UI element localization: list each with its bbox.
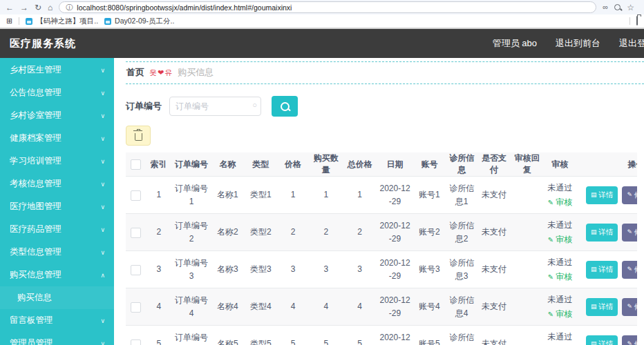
bookmark-label: 【码神之路】项目..: [36, 17, 98, 26]
current-user[interactable]: 管理员 abo: [493, 37, 537, 50]
review-link[interactable]: ✎ 审核: [546, 196, 574, 209]
sidebar-item-label: 乡村诊室管理: [10, 110, 100, 121]
sidebar-item-label: 健康档案管理: [10, 132, 100, 144]
row-checkbox[interactable]: [131, 228, 141, 238]
browser-window: ← → ↻ ⌂ ⓘ localhost:8080/springbootwssjx…: [0, 0, 644, 345]
cell-price: 5: [277, 326, 310, 345]
search-label: 订单编号: [126, 100, 162, 112]
table-row: 2订单编号2名称2类型22222020-12-29账号2诊所信息2未支付未通过✎…: [126, 214, 637, 251]
sidebar-subitem-购买信息[interactable]: 购买信息: [0, 286, 114, 309]
other-bookmarks-folder-icon[interactable]: [636, 17, 638, 25]
bookmark-item[interactable]: Day02-09-员工分..: [104, 17, 174, 26]
forward-icon[interactable]: →: [20, 3, 28, 12]
edit-button[interactable]: ✎修改: [622, 186, 637, 204]
sidebar-item-公告信息管理[interactable]: 公告信息管理∨: [0, 81, 114, 104]
column-header-购买数量: 购买数量: [309, 152, 343, 177]
bookmark-item[interactable]: 【码神之路】项目..: [26, 17, 98, 26]
apps-grid-icon[interactable]: ⊞: [6, 17, 12, 25]
review-link[interactable]: ✎ 审核: [546, 308, 574, 321]
sidebar: 乡村医生管理∨公告信息管理∨乡村诊室管理∨健康档案管理∨学习培训管理∨考核信息管…: [0, 58, 114, 345]
document-icon: ▤: [591, 304, 597, 310]
pencil-icon: ✎: [627, 341, 632, 345]
cell-order_no: 订单编号5: [172, 326, 211, 345]
detail-button[interactable]: ▤详情: [586, 261, 618, 279]
back-icon[interactable]: ←: [6, 3, 14, 12]
detail-button[interactable]: ▤详情: [586, 224, 618, 241]
breadcrumb: 首页 웃❤유 购买信息: [126, 61, 644, 84]
sidebar-item-购买信息管理[interactable]: 购买信息管理∧: [0, 264, 114, 286]
home-icon[interactable]: ⌂: [48, 3, 53, 12]
sidebar-item-乡村医生管理[interactable]: 乡村医生管理∨: [0, 59, 114, 81]
purchase-table: 索引订单编号名称类型价格购买数量总价格日期账号诊所信息是否支付审核回复审核操作 …: [126, 152, 637, 345]
sidebar-item-考核信息管理[interactable]: 考核信息管理∨: [0, 172, 114, 195]
sidebar-item-乡村诊室管理[interactable]: 乡村诊室管理∨: [0, 104, 114, 127]
edit-button[interactable]: ✎修改: [622, 261, 637, 279]
cell-review: 未通过✎ 审核: [544, 288, 576, 326]
sidebar-item-label: 留言板管理: [10, 315, 100, 326]
cell-date: 2020-12-29: [377, 177, 413, 214]
edit-button[interactable]: ✎修改: [622, 335, 637, 345]
sidebar-item-医疗地图管理[interactable]: 医疗地图管理∨: [0, 195, 114, 218]
cell-account: 账号3: [413, 251, 446, 288]
detail-button[interactable]: ▤详情: [586, 335, 618, 345]
row-checkbox[interactable]: [131, 190, 141, 201]
pencil-icon: ✎: [627, 304, 632, 310]
logout-link[interactable]: 退出登录: [619, 37, 644, 50]
sidebar-item-学习培训管理[interactable]: 学习培训管理∨: [0, 150, 114, 172]
select-all-checkbox[interactable]: [131, 159, 141, 170]
cell-price: 1: [277, 177, 310, 214]
password-manager-icon[interactable]: ∞: [603, 3, 608, 11]
sidebar-item-医疗药品管理[interactable]: 医疗药品管理∨: [0, 218, 114, 241]
cell-review: 未通过✎ 审核: [544, 177, 576, 214]
chevron-up-icon: ∧: [100, 272, 105, 279]
search-button[interactable]: [272, 96, 298, 117]
cell-account: 账号4: [413, 288, 446, 326]
row-checkbox[interactable]: [131, 265, 141, 275]
info-icon[interactable]: ⓘ: [66, 3, 73, 12]
cell-total: 2: [343, 214, 377, 251]
sidebar-item-管理员管理[interactable]: 管理员管理∨: [0, 332, 114, 345]
document-icon: ▤: [591, 341, 597, 345]
cell-index: 1: [145, 177, 172, 214]
cell-total: 5: [343, 326, 377, 345]
cell-name: 名称4: [211, 288, 245, 326]
zoom-icon[interactable]: [614, 3, 621, 12]
review-status: 未通过: [546, 331, 574, 344]
exit-to-front-link[interactable]: 退出到前台: [556, 37, 600, 50]
breadcrumb-home[interactable]: 首页: [126, 66, 144, 79]
refresh-icon[interactable]: ↻: [35, 3, 41, 12]
column-header-账号: 账号: [413, 152, 446, 177]
pencil-icon: ✎: [548, 199, 553, 206]
sidebar-item-留言板管理[interactable]: 留言板管理∨: [0, 309, 114, 332]
edit-button[interactable]: ✎修改: [622, 298, 637, 316]
cell-review: 未通过✎ 审核: [544, 251, 576, 288]
address-bar[interactable]: ⓘ localhost:8080/springbootwssjx/admin/d…: [59, 1, 596, 13]
review-link[interactable]: ✎ 审核: [546, 233, 574, 246]
cell-date: 2020-12-29: [377, 251, 413, 288]
cell-reply: [510, 214, 544, 251]
sidebar-item-类型信息管理[interactable]: 类型信息管理∨: [0, 241, 114, 264]
bookmark-star-icon[interactable]: ☆: [627, 3, 634, 12]
detail-button[interactable]: ▤详情: [586, 186, 618, 204]
row-checkbox[interactable]: [131, 302, 141, 313]
review-link[interactable]: ✎ 审核: [546, 270, 574, 284]
edit-button[interactable]: ✎修改: [622, 224, 637, 241]
cell-price: 2: [277, 214, 310, 251]
sidebar-item-label: 乡村医生管理: [10, 64, 100, 76]
bookmark-favicon: [104, 18, 111, 25]
cell-total: 3: [343, 251, 377, 288]
chevron-down-icon: ∨: [100, 204, 105, 210]
cell-reply: [510, 288, 544, 326]
clear-input-icon[interactable]: ○: [252, 101, 257, 109]
row-checkbox[interactable]: [131, 339, 141, 345]
chevron-down-icon: ∨: [100, 317, 105, 324]
order-number-input[interactable]: [169, 97, 261, 116]
review-status: 未通过: [546, 256, 574, 269]
cell-date: 2020-12-29: [377, 214, 413, 251]
sidebar-item-健康档案管理[interactable]: 健康档案管理∨: [0, 127, 114, 150]
detail-button[interactable]: ▤详情: [586, 298, 618, 316]
bulk-delete-button[interactable]: [126, 126, 151, 146]
cell-account: 账号2: [413, 214, 446, 251]
bookmark-favicon: [26, 18, 32, 25]
review-status: 未通过: [546, 293, 574, 306]
